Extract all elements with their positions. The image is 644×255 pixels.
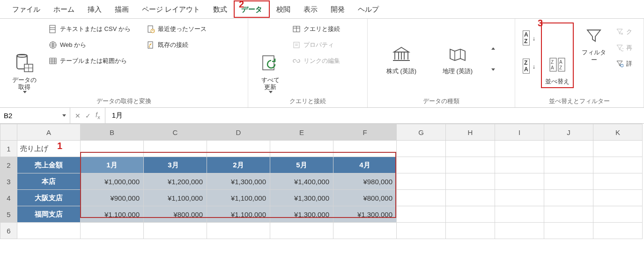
cell[interactable] (544, 190, 593, 206)
cell[interactable]: ¥1,300,000 (270, 206, 333, 223)
cell[interactable]: 売り上げ (17, 141, 81, 157)
cell[interactable] (495, 173, 544, 190)
cell[interactable] (144, 223, 207, 239)
tab-insert[interactable]: 挿入 (81, 1, 108, 17)
scroll-down-icon[interactable] (491, 68, 495, 71)
cell[interactable]: ¥800,000 (144, 206, 207, 223)
col-header[interactable]: K (593, 124, 643, 141)
tab-pagelayout[interactable]: ページ レイアウト (135, 1, 207, 17)
recent-sources-button[interactable]: 最近使ったソース (145, 22, 208, 36)
cell[interactable] (446, 223, 495, 239)
cell[interactable] (446, 141, 495, 157)
cell[interactable] (495, 223, 544, 239)
clear-filter-button[interactable]: ク (614, 25, 634, 38)
cell[interactable] (593, 223, 643, 239)
col-header[interactable]: A (17, 124, 81, 141)
row-header[interactable]: 6 (0, 223, 17, 239)
col-header[interactable]: H (446, 124, 495, 141)
cell[interactable]: ¥1,300,000 (270, 190, 333, 206)
cell[interactable] (593, 190, 643, 206)
queries-connections-button[interactable]: クエリと接続 (290, 22, 342, 36)
row-header[interactable]: 1 (0, 141, 17, 157)
col-header[interactable]: G (397, 124, 446, 141)
stocks-button[interactable]: 株式 (英語) (378, 41, 425, 77)
cell[interactable] (446, 173, 495, 190)
cell[interactable] (207, 141, 270, 157)
cell[interactable] (544, 157, 593, 173)
cell[interactable] (207, 223, 270, 239)
scroll-up-icon[interactable] (491, 47, 495, 50)
edit-links-button[interactable]: リンクの編集 (290, 54, 342, 68)
from-text-csv-button[interactable]: テキストまたは CSV から (47, 22, 133, 36)
tab-file[interactable]: ファイル (6, 1, 47, 17)
cell[interactable]: ¥1,400,000 (270, 173, 333, 190)
sort-asc-button[interactable]: AZ ↓ (521, 31, 537, 45)
cell[interactable]: ¥1,300,000 (207, 173, 270, 190)
col-header[interactable]: E (270, 124, 333, 141)
from-web-button[interactable]: Web から (47, 38, 133, 52)
cell[interactable] (544, 173, 593, 190)
cell[interactable]: 2月 (207, 157, 270, 173)
cell[interactable]: ¥1,100,000 (81, 206, 144, 223)
cell[interactable] (544, 141, 593, 157)
cell[interactable] (333, 223, 397, 239)
cell[interactable]: 4月 (333, 157, 397, 173)
cell[interactable] (397, 223, 446, 239)
tab-draw[interactable]: 描画 (108, 1, 135, 17)
cell[interactable]: 売上金額 (17, 157, 81, 173)
cell[interactable]: ¥800,000 (333, 190, 397, 206)
formula-input[interactable] (105, 112, 644, 120)
col-header[interactable]: B (81, 124, 144, 141)
cell[interactable]: 1月 (81, 157, 144, 173)
cell[interactable] (593, 141, 643, 157)
sort-desc-button[interactable]: ZA ↓ (521, 60, 537, 73)
col-header[interactable]: J (544, 124, 593, 141)
row-header[interactable]: 5 (0, 206, 17, 223)
cell[interactable] (270, 223, 333, 239)
cell[interactable]: ¥1,200,000 (144, 173, 207, 190)
cell[interactable]: ¥1,100,000 (207, 190, 270, 206)
cell[interactable]: ¥900,000 (81, 190, 144, 206)
fx-icon[interactable]: fx (96, 111, 100, 120)
tab-view[interactable]: 表示 (297, 1, 324, 17)
name-box[interactable] (0, 108, 70, 123)
cell[interactable]: ¥1,100,000 (207, 206, 270, 223)
cell[interactable]: 3月 (144, 157, 207, 173)
cell[interactable] (495, 141, 544, 157)
cell[interactable] (397, 206, 446, 223)
col-header[interactable]: D (207, 124, 270, 141)
cell[interactable]: ¥1,300,000 (333, 206, 397, 223)
cell[interactable]: 福岡支店 (17, 206, 81, 223)
get-data-button[interactable]: データの 取得 (6, 22, 43, 95)
row-header[interactable]: 3 (0, 173, 17, 190)
cell[interactable]: 5月 (270, 157, 333, 173)
cell[interactable] (544, 206, 593, 223)
chevron-down-icon[interactable] (62, 114, 66, 117)
cell[interactable] (495, 190, 544, 206)
cell[interactable]: 大阪支店 (17, 190, 81, 206)
name-box-input[interactable] (4, 112, 51, 120)
cell[interactable] (593, 206, 643, 223)
cell[interactable]: 本店 (17, 173, 81, 190)
cell[interactable] (397, 157, 446, 173)
cell[interactable] (593, 173, 643, 190)
reapply-button[interactable]: 再 (614, 41, 634, 54)
col-header[interactable]: C (144, 124, 207, 141)
cell[interactable] (397, 190, 446, 206)
cell[interactable]: ¥980,000 (333, 173, 397, 190)
cell[interactable] (270, 141, 333, 157)
cell[interactable] (446, 190, 495, 206)
col-header[interactable]: I (495, 124, 544, 141)
tab-formulas[interactable]: 数式 (207, 1, 234, 17)
cell[interactable] (544, 223, 593, 239)
cell[interactable] (593, 157, 643, 173)
row-header[interactable]: 4 (0, 190, 17, 206)
cancel-icon[interactable]: ✕ (75, 112, 81, 120)
sort-dialog-button[interactable]: ZAAZ 並べ替え (541, 22, 574, 88)
cell[interactable] (81, 141, 144, 157)
cell[interactable] (397, 141, 446, 157)
tab-help[interactable]: ヘルプ (351, 1, 385, 17)
cell[interactable] (397, 173, 446, 190)
cell[interactable] (81, 223, 144, 239)
tab-developer[interactable]: 開発 (324, 1, 351, 17)
